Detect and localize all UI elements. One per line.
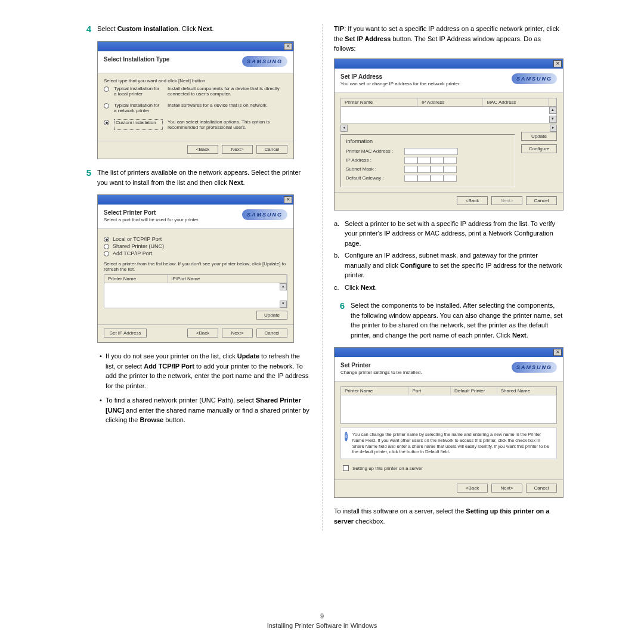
radio-shared-unc[interactable]: Shared Printer (UNC) bbox=[104, 243, 287, 249]
ip-table-header: Printer Name IP Address MAC Address bbox=[340, 98, 557, 107]
next-button[interactable]: Next> bbox=[222, 329, 253, 338]
radio-icon bbox=[104, 237, 109, 242]
next-button[interactable]: Next> bbox=[491, 484, 522, 493]
option-typical-local[interactable]: Typical installation for a local printer… bbox=[104, 86, 287, 97]
cancel-button[interactable]: Cancel bbox=[526, 484, 557, 493]
configure-button[interactable]: Configure bbox=[521, 144, 557, 153]
printer-table-body[interactable]: ▴ ▾ bbox=[104, 283, 287, 308]
right-column: TIP: If you want to set a specific IP ad… bbox=[322, 24, 575, 526]
scroll-down-icon[interactable]: ▾ bbox=[549, 116, 556, 123]
step-text: The list of printers available on the ne… bbox=[97, 168, 310, 187]
option-custom[interactable]: Custom installation You can select insta… bbox=[104, 119, 287, 130]
next-button[interactable]: Next> bbox=[491, 196, 522, 205]
samsung-logo: SAMSUNG bbox=[512, 73, 557, 84]
scroll-down-icon[interactable]: ▾ bbox=[280, 301, 287, 308]
radio-local-tcpip[interactable]: Local or TCP/IP Port bbox=[104, 236, 287, 242]
gateway-input[interactable] bbox=[404, 175, 457, 182]
mac-input[interactable] bbox=[404, 148, 458, 155]
samsung-logo: SAMSUNG bbox=[242, 209, 287, 220]
scroll-up-icon[interactable]: ▴ bbox=[549, 107, 556, 114]
close-icon[interactable]: ✕ bbox=[284, 43, 292, 50]
back-button[interactable]: <Back bbox=[187, 329, 218, 338]
dialog-printer-port: ✕ Select Printer Port Select a port that… bbox=[97, 194, 294, 343]
step-6: 6 Select the components to be installed.… bbox=[334, 301, 564, 340]
back-button[interactable]: <Back bbox=[187, 145, 218, 154]
update-button[interactable]: Update bbox=[256, 311, 287, 320]
samsung-logo: SAMSUNG bbox=[242, 56, 287, 67]
radio-add-tcpip[interactable]: Add TCP/IP Port bbox=[104, 250, 287, 256]
step-number: 6 bbox=[334, 301, 345, 340]
back-button[interactable]: <Back bbox=[457, 196, 488, 205]
radio-icon bbox=[104, 86, 109, 92]
close-icon[interactable]: ✕ bbox=[553, 349, 562, 356]
update-button[interactable]: Update bbox=[521, 132, 557, 141]
cancel-button[interactable]: Cancel bbox=[256, 329, 287, 338]
subnet-input[interactable] bbox=[404, 166, 457, 173]
samsung-logo: SAMSUNG bbox=[512, 362, 557, 373]
left-column: 4 Select Custom installation. Click Next… bbox=[69, 24, 322, 526]
set-ip-button[interactable]: Set IP Address bbox=[104, 329, 147, 338]
info-bubble: i You can change the printer name by sel… bbox=[340, 428, 557, 459]
step-number: 5 bbox=[80, 168, 91, 187]
step-text: Select Custom installation. Click Next. bbox=[97, 24, 310, 34]
ip-input[interactable] bbox=[404, 157, 457, 164]
tip-paragraph: TIP: If you want to set a specific IP ad… bbox=[334, 24, 564, 54]
option-typical-network[interactable]: Typical installation for a network print… bbox=[104, 103, 287, 113]
server-note: To install this software on a server, se… bbox=[334, 506, 564, 526]
scroll-right-icon[interactable]: ▸ bbox=[550, 125, 557, 132]
substeps: a.Select a printer to be set with a spec… bbox=[334, 219, 564, 293]
dialog-title: Set IP Address bbox=[340, 73, 460, 80]
scroll-left-icon[interactable]: ◂ bbox=[340, 125, 348, 132]
bullet-unc: To find a shared network printer (UNC Pa… bbox=[100, 395, 310, 425]
next-button[interactable]: Next> bbox=[222, 145, 253, 154]
dialog-installation-type: ✕ Select Installation Type SAMSUNG Selec… bbox=[97, 41, 294, 159]
server-checkbox-row[interactable]: Setting up this printer on a server bbox=[343, 465, 557, 471]
radio-icon bbox=[104, 244, 109, 249]
dialog-header: Select Installation Type SAMSUNG bbox=[98, 51, 293, 73]
info-icon: i bbox=[345, 432, 348, 441]
step-number: 4 bbox=[80, 24, 91, 34]
checkbox-icon bbox=[343, 465, 349, 471]
dialog-title: Select Installation Type bbox=[104, 56, 169, 63]
back-button[interactable]: <Back bbox=[457, 484, 488, 493]
step-5: 5 The list of printers available on the … bbox=[80, 168, 310, 187]
radio-icon bbox=[104, 251, 109, 256]
printer-table-header: Printer Name IP/Port Name bbox=[104, 274, 287, 283]
dialog-title: Set Printer bbox=[340, 362, 422, 369]
printer-settings-header: Printer Name Port Default Printer Shared… bbox=[340, 386, 557, 395]
titlebar: ✕ bbox=[98, 42, 293, 51]
chapter-title: Installing Printer Software in Windows bbox=[0, 622, 644, 629]
cancel-button[interactable]: Cancel bbox=[256, 145, 287, 154]
dialog-set-printer: ✕ Set Printer Change printer settings to… bbox=[334, 347, 564, 498]
instruction: Select type that you want and click [Nex… bbox=[104, 78, 287, 83]
bullet-update: If you do not see your printer on the li… bbox=[100, 351, 310, 391]
scroll-up-icon[interactable]: ▴ bbox=[280, 283, 287, 290]
cancel-button[interactable]: Cancel bbox=[526, 196, 557, 205]
guidance-bullets: If you do not see your printer on the li… bbox=[100, 351, 310, 425]
page-footer: 9 Installing Printer Software in Windows bbox=[0, 612, 644, 629]
dialog-title: Select Printer Port bbox=[104, 209, 200, 216]
close-icon[interactable]: ✕ bbox=[553, 60, 562, 67]
close-icon[interactable]: ✕ bbox=[284, 196, 292, 203]
page-number: 9 bbox=[0, 612, 644, 620]
radio-icon bbox=[104, 120, 109, 125]
column-divider bbox=[322, 24, 323, 531]
step-text: Select the components to be installed. A… bbox=[351, 301, 564, 340]
step-4: 4 Select Custom installation. Click Next… bbox=[80, 24, 310, 34]
printer-settings-body[interactable] bbox=[340, 395, 557, 424]
ip-table-body[interactable]: ▴ ▾ bbox=[340, 107, 557, 123]
dialog-set-ip: ✕ Set IP Address You can set or change I… bbox=[334, 58, 564, 210]
radio-icon bbox=[104, 103, 109, 109]
information-group: Information Printer MAC Address : IP Add… bbox=[340, 134, 515, 187]
